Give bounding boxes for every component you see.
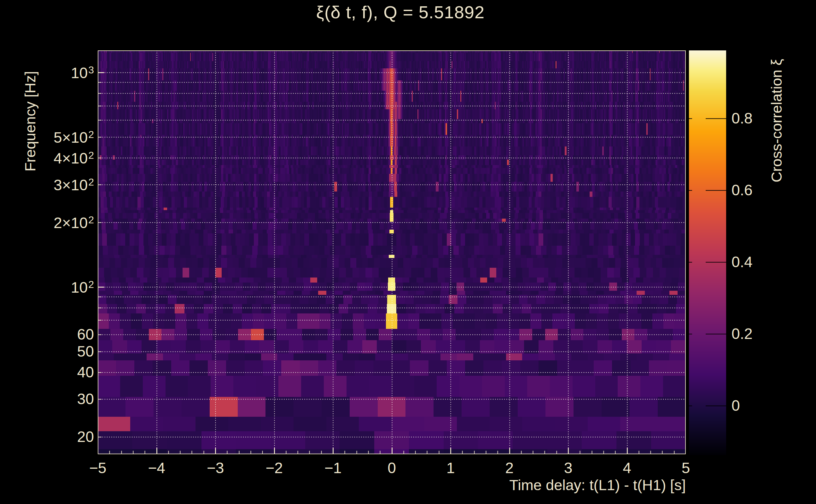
y-tick-label: 60	[18, 327, 94, 342]
x-axis-title: Time delay: t(L1) - t(H1) [s]	[509, 476, 686, 494]
x-tick-label: −4	[148, 461, 165, 476]
x-tick-label: −2	[266, 461, 283, 476]
colorbar-tick-label: 0.2	[732, 326, 753, 341]
colorbar-tick-label: 0.6	[732, 183, 753, 198]
x-tick-label: 2	[505, 461, 514, 476]
x-tick-label: 5	[682, 461, 690, 476]
colorbar-tick-label: 0.8	[732, 111, 753, 126]
y-tick-label: 40	[18, 365, 94, 380]
colorbar-tick-label: 0.4	[732, 255, 753, 270]
y-tick-label: 20	[18, 429, 94, 444]
x-tick-label: 1	[446, 461, 455, 476]
figure-root: ξ(δ t, f), Q = 5.51892 −5−4−3−2−1012345 …	[0, 0, 816, 504]
heatmap-canvas	[98, 50, 686, 454]
y-tick-label: 2×102	[18, 214, 94, 231]
x-tick-label: −5	[89, 461, 106, 476]
y-tick-label: 30	[18, 392, 94, 407]
y-tick-label: 102	[18, 279, 94, 295]
colorbar-title: Cross-correlation ξ	[768, 59, 785, 182]
chart-title: ξ(δ t, f), Q = 5.51892	[145, 2, 656, 22]
y-axis-title: Frequency [Hz]	[21, 71, 39, 172]
x-tick-label: −1	[325, 461, 342, 476]
colorbar-tick-label: 0	[732, 398, 740, 413]
x-tick-label: 0	[388, 461, 396, 476]
colorbar-canvas	[689, 50, 726, 455]
x-tick-label: 3	[564, 461, 572, 476]
x-tick-label: −3	[207, 461, 224, 476]
x-tick-label: 4	[623, 461, 631, 476]
y-tick-label: 50	[18, 344, 94, 359]
y-tick-label: 3×102	[18, 176, 94, 193]
